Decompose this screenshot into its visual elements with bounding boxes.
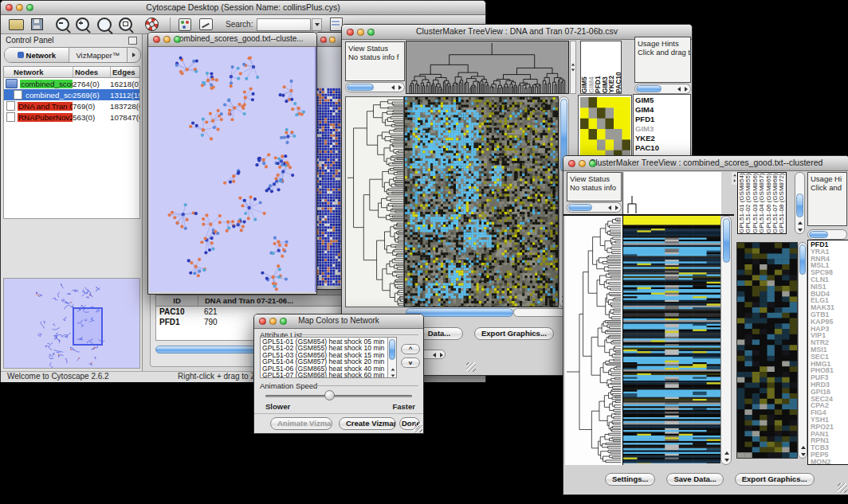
search-dropdown-arrow[interactable] (312, 18, 322, 31)
network-tree-icon (18, 52, 24, 58)
tab-vizmapper[interactable]: VizMapper™ (69, 48, 128, 62)
treeview2-buttons: Settings...Save Data...Export Graphics..… (605, 473, 844, 489)
network-view-window: combined_scores_good.txt--cluste... (147, 32, 317, 295)
view-status-hscrollbar[interactable] (567, 202, 622, 213)
array-dendrogram[interactable] (406, 41, 569, 94)
faster-label: Faster (392, 402, 415, 411)
minimize-button[interactable] (329, 37, 336, 43)
resize-grip[interactable] (838, 483, 847, 493)
label-mini-arrows[interactable] (732, 172, 737, 185)
animation-speed-slider[interactable] (265, 395, 412, 397)
treeview2-title: ClusterMaker TreeView : combined_scores_… (563, 158, 848, 167)
gene-label[interactable]: YKE2 (635, 134, 689, 143)
gene-label[interactable]: MON2 (811, 459, 846, 465)
network-row[interactable]: RNAPuberNov2+! 563(0) 107847(0) (4, 111, 139, 123)
array-label[interactable]: GPL51-06 (GSM865) (765, 173, 771, 233)
dialog-resize-grip[interactable] (413, 423, 422, 432)
animate-vizmap-button[interactable]: Animate Vizmap (270, 417, 332, 430)
gene-label[interactable]: GIM4 (635, 105, 689, 115)
close-button[interactable] (568, 160, 575, 167)
close-button[interactable] (320, 37, 327, 43)
network-row[interactable]: DNA and Tran 07 769(0) 183728(0) (4, 100, 139, 111)
gene-label[interactable]: GIM5 (635, 96, 689, 105)
treeview1-button[interactable]: Export Graphics... (474, 327, 554, 340)
treeview2-button[interactable]: Save Data... (666, 473, 723, 486)
main-titlebar[interactable]: Cytoscape Desktop (Session Name: collins… (1, 1, 485, 15)
treeview1-hscroll-track[interactable] (513, 308, 569, 317)
array-labels-panel: GIM5GIM4PFD1GIM3YKE2PAC10 (580, 41, 622, 94)
array-label[interactable]: GPL51-04 (GSM857) (758, 173, 764, 233)
network-row[interactable]: combined_sco 2569(6) 13112(15) (4, 89, 139, 100)
treeview2-button[interactable]: Settings... (605, 473, 655, 486)
control-panel: Control Panel Network VizMapper™ Network… (1, 34, 143, 371)
minimize-button[interactable] (16, 4, 23, 11)
array-label[interactable]: PAC10 (615, 41, 622, 93)
vizmapper-icon[interactable] (179, 18, 191, 31)
heatmap-vscrollbar[interactable] (720, 216, 732, 465)
array-label[interactable]: GPL51-03 (GSM856) (752, 173, 758, 233)
zoom-button[interactable] (174, 36, 181, 43)
zoom-fit-icon[interactable] (119, 18, 132, 31)
network-row-icon (14, 90, 22, 100)
gene-label[interactable]: PFD1 (635, 115, 689, 124)
zoom-button[interactable] (367, 29, 375, 36)
usage-hints-panel: Usage HiClick and (807, 172, 847, 226)
attribute-list-vscrollbar[interactable] (387, 338, 396, 378)
zoom-button[interactable] (280, 318, 287, 325)
close-button[interactable] (153, 36, 160, 43)
open-file-icon[interactable] (9, 19, 24, 30)
labels-vscrollbar[interactable] (795, 172, 805, 234)
tab-overflow-arrow[interactable] (128, 48, 140, 62)
global-view-heatmap[interactable] (736, 242, 798, 459)
network-table-header[interactable]: Network Nodes Edges (4, 67, 139, 78)
heatmap-zoom-view[interactable] (404, 96, 559, 307)
save-icon[interactable] (31, 18, 43, 30)
gene-dendrogram[interactable] (345, 96, 404, 307)
annotation-icon[interactable] (199, 18, 213, 30)
gene-label[interactable]: GIM3 (635, 124, 689, 134)
heatmap-zoom-view[interactable] (622, 216, 720, 465)
minimize-button[interactable] (163, 36, 171, 43)
zoom-out-icon[interactable] (56, 18, 69, 31)
array-label[interactable]: GPL51-02 (GSM855) (744, 173, 751, 233)
array-label[interactable]: GPL51-08 (GSM872) (778, 173, 784, 233)
treeview2-button[interactable]: Export Graphics... (735, 473, 815, 486)
overview-viewport-rect[interactable] (73, 307, 103, 346)
global-view-vscrollbar[interactable] (798, 242, 807, 459)
network-row[interactable]: combined_scores 2764(0) 16218(0) (4, 78, 139, 89)
usage-hints-hscrollbar[interactable] (634, 84, 691, 94)
move-down-button[interactable]: v (401, 357, 420, 368)
view-status-hscrollbar[interactable] (345, 82, 405, 92)
zoom-in-icon[interactable] (76, 18, 89, 31)
animation-speed-label: Animation Speed (260, 381, 317, 390)
gene-labels-panel: PFD1YRA1RNR4MSL1SPC98CLN1NIS1BUD4ELG1MAK… (807, 240, 848, 465)
help-ring-icon[interactable] (145, 18, 159, 31)
minimize-button[interactable] (269, 318, 277, 325)
zoom-selected-icon[interactable] (97, 18, 112, 32)
network-overview-thumbnail[interactable] (3, 278, 140, 369)
gene-dendrogram[interactable] (565, 216, 622, 465)
close-button[interactable] (259, 318, 266, 325)
id-column-header[interactable]: ID (156, 295, 198, 306)
treeview1-title: ClusterMaker TreeView : DNA and Tran 07-… (342, 26, 692, 36)
dendro-mini-arrows[interactable] (570, 41, 576, 94)
slider-thumb[interactable] (324, 390, 335, 400)
attribute-item[interactable]: GPL51-07 (GSM868) heat shock 60 min (262, 372, 395, 378)
move-up-button[interactable]: ^ (401, 344, 420, 354)
network-canvas[interactable] (149, 47, 316, 292)
close-button[interactable] (6, 4, 13, 11)
float-panel-icon[interactable] (128, 37, 137, 45)
resize-grip[interactable] (466, 362, 476, 372)
create-vizmap-button[interactable]: Create Vizmap (339, 417, 396, 430)
zoom-button[interactable] (26, 4, 33, 11)
tab-network[interactable]: Network (5, 48, 69, 62)
search-input[interactable] (257, 18, 311, 31)
usage-hints-hscrollbar[interactable] (807, 229, 847, 240)
minimize-button[interactable] (357, 29, 364, 36)
array-dendrogram[interactable] (622, 172, 721, 214)
zoom-button[interactable] (589, 160, 596, 167)
gene-label[interactable]: PAC10 (635, 143, 689, 153)
network-row-icon (6, 101, 15, 111)
minimize-button[interactable] (579, 160, 586, 167)
close-button[interactable] (347, 29, 354, 36)
